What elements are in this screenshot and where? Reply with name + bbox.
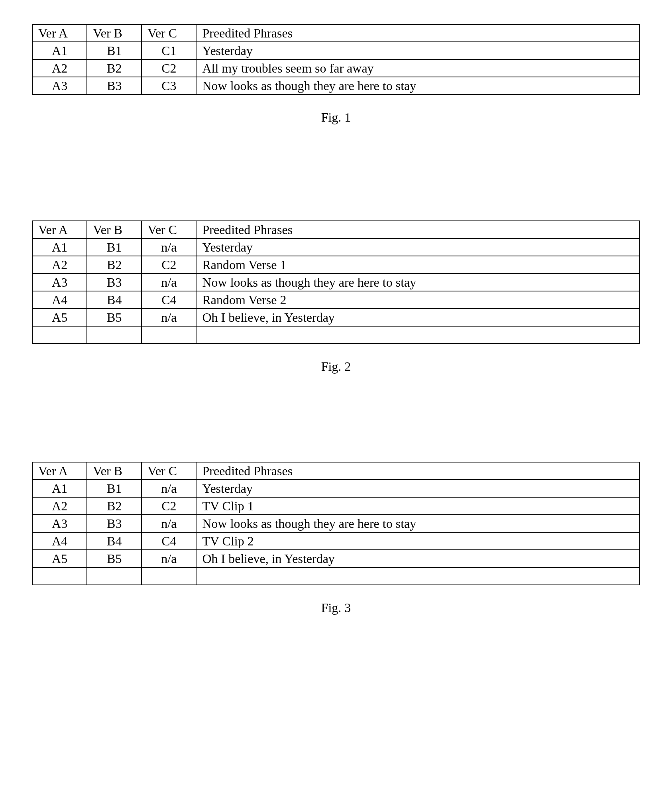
cell-ver-a: A3 — [32, 274, 87, 291]
cell-empty — [87, 567, 141, 585]
table-row: A3 B3 n/a Now looks as though they are h… — [32, 274, 640, 291]
cell-phrase: Oh I believe, in Yesterday — [196, 550, 640, 567]
cell-ver-a: A4 — [32, 532, 87, 550]
figure-3-caption: Fig. 3 — [32, 600, 640, 615]
cell-phrase: TV Clip 2 — [196, 532, 640, 550]
cell-ver-a: A1 — [32, 238, 87, 256]
table-row: A3 B3 C3 Now looks as though they are he… — [32, 77, 640, 94]
cell-empty — [32, 326, 87, 344]
cell-ver-b: B1 — [87, 238, 141, 256]
header-ver-b: Ver B — [87, 221, 141, 238]
cell-ver-b: B3 — [87, 274, 141, 291]
cell-ver-a: A3 — [32, 77, 87, 94]
cell-ver-a: A2 — [32, 256, 87, 274]
figure-1-table: Ver A Ver B Ver C Preedited Phrases A1 B… — [32, 24, 640, 95]
cell-phrase: Now looks as though they are here to sta… — [196, 274, 640, 291]
figure-2-block: Ver A Ver B Ver C Preedited Phrases A1 B… — [32, 220, 640, 374]
header-ver-b: Ver B — [87, 462, 141, 480]
table-row: A3 B3 n/a Now looks as though they are h… — [32, 515, 640, 532]
table-empty-row — [32, 326, 640, 344]
cell-ver-b: B1 — [87, 42, 141, 59]
spacer — [32, 141, 640, 220]
cell-ver-c: C3 — [141, 77, 196, 94]
cell-ver-b: B4 — [87, 291, 141, 309]
header-ver-a: Ver A — [32, 24, 87, 42]
spacer — [32, 390, 640, 462]
cell-ver-b: B5 — [87, 550, 141, 567]
cell-ver-b: B2 — [87, 497, 141, 515]
cell-empty — [141, 567, 196, 585]
cell-phrase: Now looks as though they are here to sta… — [196, 77, 640, 94]
table-row: A2 B2 C2 TV Clip 1 — [32, 497, 640, 515]
table-row: A5 B5 n/a Oh I believe, in Yesterday — [32, 309, 640, 326]
figure-2-table: Ver A Ver B Ver C Preedited Phrases A1 B… — [32, 220, 640, 344]
header-ver-b: Ver B — [87, 24, 141, 42]
cell-empty — [196, 567, 640, 585]
table-empty-row — [32, 567, 640, 585]
table-row: A2 B2 C2 All my troubles seem so far awa… — [32, 59, 640, 77]
cell-ver-b: B3 — [87, 515, 141, 532]
cell-phrase: TV Clip 1 — [196, 497, 640, 515]
table-header-row: Ver A Ver B Ver C Preedited Phrases — [32, 221, 640, 238]
table-row: A5 B5 n/a Oh I believe, in Yesterday — [32, 550, 640, 567]
table-header-row: Ver A Ver B Ver C Preedited Phrases — [32, 24, 640, 42]
header-ver-c: Ver C — [141, 24, 196, 42]
cell-ver-c: C2 — [141, 59, 196, 77]
cell-ver-a: A4 — [32, 291, 87, 309]
table-row: A4 B4 C4 Random Verse 2 — [32, 291, 640, 309]
cell-ver-c: n/a — [141, 238, 196, 256]
header-ver-a: Ver A — [32, 462, 87, 480]
header-preedited: Preedited Phrases — [196, 462, 640, 480]
figure-3-block: Ver A Ver B Ver C Preedited Phrases A1 B… — [32, 462, 640, 615]
table-row: A1 B1 n/a Yesterday — [32, 238, 640, 256]
table-row: A2 B2 C2 Random Verse 1 — [32, 256, 640, 274]
cell-ver-c: C4 — [141, 291, 196, 309]
cell-empty — [141, 326, 196, 344]
cell-ver-c: C2 — [141, 497, 196, 515]
cell-ver-a: A2 — [32, 59, 87, 77]
cell-phrase: Random Verse 1 — [196, 256, 640, 274]
cell-ver-b: B5 — [87, 309, 141, 326]
table-row: A4 B4 C4 TV Clip 2 — [32, 532, 640, 550]
cell-ver-c: C4 — [141, 532, 196, 550]
cell-ver-a: A1 — [32, 42, 87, 59]
cell-ver-a: A3 — [32, 515, 87, 532]
cell-ver-c: n/a — [141, 515, 196, 532]
cell-phrase: Yesterday — [196, 238, 640, 256]
cell-phrase: All my troubles seem so far away — [196, 59, 640, 77]
table-header-row: Ver A Ver B Ver C Preedited Phrases — [32, 462, 640, 480]
cell-phrase: Now looks as though they are here to sta… — [196, 515, 640, 532]
cell-ver-a: A5 — [32, 309, 87, 326]
cell-phrase: Oh I believe, in Yesterday — [196, 309, 640, 326]
cell-ver-a: A2 — [32, 497, 87, 515]
cell-ver-b: B1 — [87, 480, 141, 497]
figure-2-caption: Fig. 2 — [32, 359, 640, 374]
figure-1-caption: Fig. 1 — [32, 110, 640, 125]
cell-ver-c: n/a — [141, 309, 196, 326]
header-ver-a: Ver A — [32, 221, 87, 238]
cell-empty — [196, 326, 640, 344]
cell-ver-c: C2 — [141, 256, 196, 274]
table-row: A1 B1 n/a Yesterday — [32, 480, 640, 497]
figure-3-table: Ver A Ver B Ver C Preedited Phrases A1 B… — [32, 462, 640, 585]
header-ver-c: Ver C — [141, 221, 196, 238]
cell-phrase: Random Verse 2 — [196, 291, 640, 309]
cell-ver-c: n/a — [141, 274, 196, 291]
cell-empty — [87, 326, 141, 344]
header-preedited: Preedited Phrases — [196, 24, 640, 42]
header-preedited: Preedited Phrases — [196, 221, 640, 238]
cell-phrase: Yesterday — [196, 480, 640, 497]
cell-ver-c: n/a — [141, 480, 196, 497]
cell-empty — [32, 567, 87, 585]
header-ver-c: Ver C — [141, 462, 196, 480]
table-row: A1 B1 C1 Yesterday — [32, 42, 640, 59]
cell-ver-b: B2 — [87, 256, 141, 274]
cell-ver-b: B4 — [87, 532, 141, 550]
figure-1-block: Ver A Ver B Ver C Preedited Phrases A1 B… — [32, 24, 640, 125]
cell-ver-b: B3 — [87, 77, 141, 94]
cell-ver-c: n/a — [141, 550, 196, 567]
cell-ver-a: A1 — [32, 480, 87, 497]
cell-ver-a: A5 — [32, 550, 87, 567]
cell-ver-b: B2 — [87, 59, 141, 77]
cell-ver-c: C1 — [141, 42, 196, 59]
